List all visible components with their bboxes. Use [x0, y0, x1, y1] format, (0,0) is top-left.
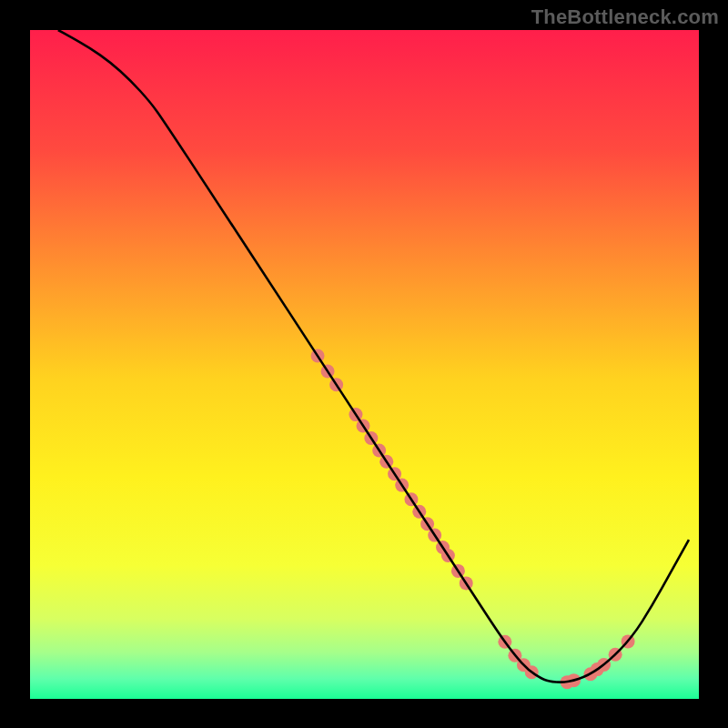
bottleneck-chart	[0, 0, 728, 728]
gradient-background	[30, 30, 699, 699]
watermark-text: TheBottleneck.com	[531, 5, 719, 29]
chart-stage: TheBottleneck.com	[0, 0, 728, 728]
